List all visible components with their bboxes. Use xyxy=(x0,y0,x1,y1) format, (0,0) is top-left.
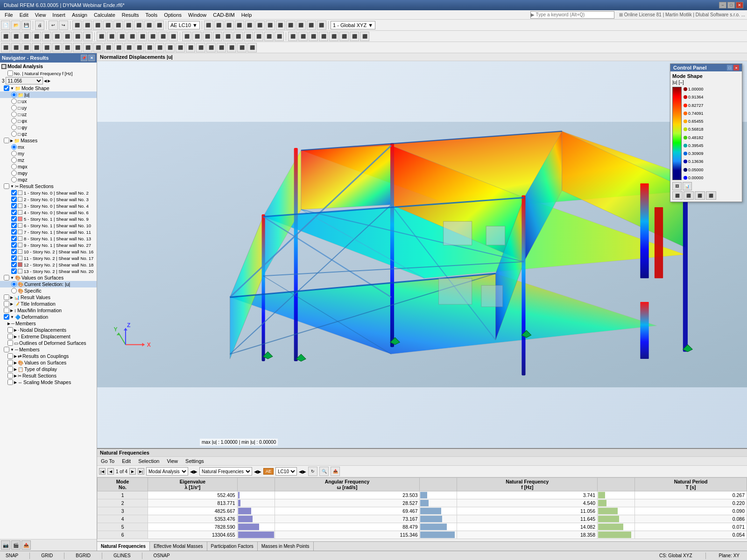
table-row[interactable]: 1 552.405 23.503 3.741 0.267 xyxy=(98,491,747,499)
section-check-1[interactable] xyxy=(11,190,17,196)
extra-btn-23[interactable]: ⬛ xyxy=(227,43,236,52)
section-check-13[interactable] xyxy=(11,268,17,274)
menu-cadbim[interactable]: CAD-BIM xyxy=(210,11,237,19)
nav-next-btn[interactable]: ▶ xyxy=(48,79,50,83)
current-selection-radio[interactable] xyxy=(11,281,17,287)
extra-btn-7[interactable]: ⬛ xyxy=(63,43,72,52)
menu-edit[interactable]: Edit xyxy=(17,11,31,19)
refresh-btn[interactable]: ↻ xyxy=(308,467,317,476)
results-couplings-item[interactable]: ▶ ⇄ Results on Couplings xyxy=(0,353,97,359)
status-grid[interactable]: GRID xyxy=(39,553,55,558)
view-btn-11[interactable]: ⬛ xyxy=(107,32,116,41)
masses-mpx-item[interactable]: mφx xyxy=(0,163,97,170)
render-btn-9[interactable]: ⬛ xyxy=(264,32,274,41)
cp-btn-3[interactable]: ⬛ xyxy=(672,191,683,200)
mode-px-radio[interactable] xyxy=(11,118,17,124)
mode-ux-radio[interactable] xyxy=(11,98,17,104)
nav-export-btn[interactable]: 📤 xyxy=(21,540,31,550)
members2-header[interactable]: ▼ ─ Members xyxy=(0,346,97,353)
extra-btn-16[interactable]: ⬛ xyxy=(155,43,164,52)
tab-natural-freq[interactable]: Natural Frequencies xyxy=(97,542,150,551)
snap-btn-7[interactable]: ⬛ xyxy=(350,32,359,41)
render-btn-10[interactable]: ⬛ xyxy=(275,32,284,41)
status-bgrid[interactable]: BGRID xyxy=(74,553,92,558)
result-sections2-item[interactable]: ▶ ✂ Result Sections xyxy=(0,372,97,379)
cp-btn-6[interactable]: ⬛ xyxy=(706,191,716,200)
maxmin-info-check[interactable] xyxy=(4,308,9,313)
undo-btn[interactable]: ↩ xyxy=(49,21,58,30)
last-page-btn[interactable]: ▶| xyxy=(138,468,144,475)
mode-pz-radio[interactable] xyxy=(11,131,17,137)
mode-shape-header[interactable]: ▼ 📁 Mode Shape xyxy=(0,85,97,91)
result-values-item[interactable]: ▶ 📊 Result Values xyxy=(0,294,97,301)
masses-mx-item[interactable]: mx xyxy=(0,144,97,150)
snap-btn-3[interactable]: ⬛ xyxy=(309,32,318,41)
menu-insert[interactable]: Insert xyxy=(49,11,68,19)
next-page-btn[interactable]: ▶ xyxy=(129,468,136,475)
maxmin-info-item[interactable]: ▶ ↕ Max/Min Information xyxy=(0,307,97,314)
section-item-2[interactable]: 2 - Story No. 0 | Shear wall No. 3 xyxy=(0,196,97,203)
masses-mz-item[interactable]: mz xyxy=(0,157,97,163)
render-btn-6[interactable]: ⬛ xyxy=(233,32,243,41)
mode-uy-item[interactable]: □ uy xyxy=(0,105,97,111)
tb-btn-7[interactable]: ⬛ xyxy=(134,21,143,30)
title-info-item[interactable]: ▶ 📝 Title Information xyxy=(0,301,97,307)
result-sections-header[interactable]: ▼ ✂ Result Sections xyxy=(0,183,97,189)
extra-btn-10[interactable]: ⬛ xyxy=(93,43,103,52)
print-btn[interactable]: 🖨 xyxy=(35,21,44,30)
tab-modal-masses[interactable]: Effective Modal Masses xyxy=(150,542,207,551)
masses-header[interactable]: ▶ 📁 Masses xyxy=(0,137,97,144)
mode-pz-item[interactable]: □ φz xyxy=(0,131,97,137)
section-check-6[interactable] xyxy=(11,223,17,228)
view-btn-8[interactable]: ⬛ xyxy=(73,32,82,41)
nav-camera-btn[interactable]: 📷 xyxy=(1,540,10,550)
mode-ux-item[interactable]: □ ux xyxy=(0,98,97,105)
values-surfaces-check[interactable] xyxy=(4,275,9,280)
extra-btn-21[interactable]: ⬛ xyxy=(206,43,216,52)
render-btn-8[interactable]: ⬛ xyxy=(254,32,263,41)
section-item-1[interactable]: 1 - Story No. 0 | Shear wall No. 2 xyxy=(0,189,97,196)
filter-btn[interactable]: 🔍 xyxy=(319,467,329,476)
view-btn-6[interactable]: ⬛ xyxy=(52,32,62,41)
snap-btn-2[interactable]: ⬛ xyxy=(298,32,308,41)
nav-prev-btn[interactable]: ◀ xyxy=(44,79,47,83)
values-surfaces2-check[interactable] xyxy=(7,360,13,365)
extra-btn-24[interactable]: ⬛ xyxy=(237,43,247,52)
tb-btn-10[interactable]: ⬛ xyxy=(204,21,213,30)
modal-analysis-section[interactable]: 🔲 Modal Analysis xyxy=(0,63,97,70)
section-check-5[interactable] xyxy=(11,216,17,222)
snap-btn-4[interactable]: ⬛ xyxy=(319,32,328,41)
redo-btn[interactable]: ↪ xyxy=(59,21,68,30)
table-row[interactable]: 6 13304.655 115.346 18.358 0.054 xyxy=(98,531,747,539)
outlines-deformed-item[interactable]: ▭ Outlines of Deformed Surfaces xyxy=(0,340,97,346)
view-btn-12[interactable]: ⬛ xyxy=(117,32,127,41)
section-check-2[interactable] xyxy=(11,196,17,202)
menu-options[interactable]: Options xyxy=(161,11,184,19)
menu-results[interactable]: Results xyxy=(119,11,142,19)
type-display-check[interactable] xyxy=(7,366,13,372)
close-btn[interactable]: ✕ xyxy=(736,2,743,8)
menu-tools[interactable]: Tools xyxy=(142,11,160,19)
extra-btn-19[interactable]: ⬛ xyxy=(186,43,195,52)
extra-btn-2[interactable]: ⬛ xyxy=(11,43,21,52)
masses-mx-radio[interactable] xyxy=(11,144,17,150)
prev-page-btn[interactable]: ◀ xyxy=(107,468,114,475)
status-glines[interactable]: GLINES xyxy=(112,553,133,558)
extra-btn-14[interactable]: ⬛ xyxy=(134,43,144,52)
specific-radio[interactable] xyxy=(11,288,17,294)
view-btn-14[interactable]: ⬛ xyxy=(138,32,147,41)
masses-check[interactable] xyxy=(4,138,9,143)
render-btn-7[interactable]: ⬛ xyxy=(244,32,253,41)
masses-my-radio[interactable] xyxy=(11,151,17,156)
scaling-mode-shapes-item[interactable]: ▶ ↔ Scaling Mode Shapes xyxy=(0,379,97,385)
tb-btn-18[interactable]: ⬛ xyxy=(286,21,296,30)
result-sections2-check[interactable] xyxy=(7,373,13,378)
modal-analysis-select[interactable]: Modal Analysis xyxy=(146,467,188,476)
masses-mpz-radio[interactable] xyxy=(11,177,17,182)
cp-btn-1[interactable]: 🖼 xyxy=(672,182,682,190)
specific-item[interactable]: 🎨 Specific xyxy=(0,287,97,294)
view-btn-3[interactable]: ⬛ xyxy=(21,32,31,41)
section-check-4[interactable] xyxy=(11,210,17,215)
extreme-disp-check[interactable] xyxy=(7,334,13,339)
save-btn[interactable]: 💾 xyxy=(21,21,31,30)
